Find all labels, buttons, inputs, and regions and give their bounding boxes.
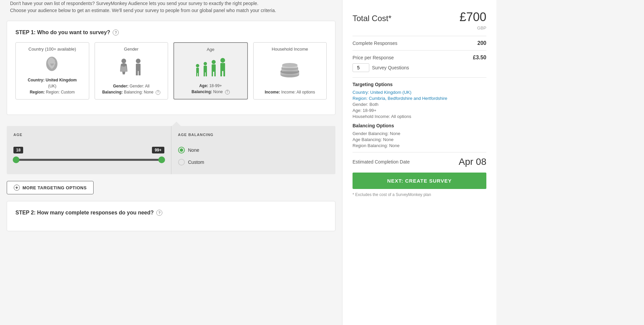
total-cost-row: Total Cost* £700	[353, 10, 486, 24]
gender-card[interactable]: Gender	[95, 42, 168, 100]
svg-rect-16	[212, 64, 216, 72]
svg-rect-14	[206, 72, 207, 76]
svg-point-3	[136, 59, 141, 63]
divider-1	[353, 36, 486, 36]
divider-2	[353, 50, 486, 51]
uk-map-icon	[42, 54, 62, 74]
svg-rect-9	[196, 73, 197, 76]
age-slider-track[interactable]	[16, 159, 162, 161]
age-column: AGE 18 99+	[7, 126, 171, 174]
complete-responses-row: Complete Responses 200	[353, 40, 486, 46]
balancing-none-option[interactable]: None	[178, 147, 329, 153]
intro-text: Don't have your own list of respondents?…	[0, 0, 342, 21]
balancing-item-gender: Gender Balancing: None	[353, 131, 486, 136]
age-card-icon	[195, 55, 227, 80]
age-card[interactable]: Age	[173, 42, 248, 100]
age-figure-2	[202, 62, 209, 77]
svg-rect-10	[198, 73, 199, 76]
svg-point-11	[204, 62, 207, 65]
age-panel-label: AGE	[13, 133, 164, 137]
svg-point-7	[196, 64, 199, 67]
balancing-options-title: Balancing Options	[353, 123, 486, 128]
targeting-item-age: Age: 18-99+	[353, 108, 486, 113]
svg-rect-13	[204, 72, 205, 76]
age-slider-container: 18 99+	[13, 143, 164, 168]
balancing-custom-label: Custom	[188, 159, 204, 165]
step2-title: STEP 2: How many complete responses do y…	[15, 210, 327, 216]
balancing-none-label: None	[188, 147, 199, 153]
gender-card-icon	[118, 54, 144, 80]
balancing-item-age: Age Balancing: None	[353, 137, 486, 142]
completion-date-label: Estimated Completion Date	[353, 159, 410, 165]
next-create-survey-button[interactable]: NEXT: CREATE SURVEY	[353, 173, 486, 189]
age-slider-right-handle[interactable]	[158, 156, 165, 163]
age-max-badge: 99+	[152, 147, 164, 153]
age-min-badge: 18	[13, 147, 23, 153]
targeting-item-gender: Gender: Both	[353, 102, 486, 107]
money-stack-icon	[278, 61, 302, 80]
country-card[interactable]: Country (100+ available)	[15, 42, 89, 100]
targeting-item-region: Region: Cumbria, Bedfordshire and Hertfo…	[353, 96, 486, 101]
currency-label: GBP	[353, 25, 486, 30]
step1-section: STEP 1: Who do you want to survey? ? Cou…	[7, 21, 335, 115]
price-per-response-value: £3.50	[473, 55, 486, 61]
age-figure-3	[210, 60, 217, 77]
total-cost-value: £700	[460, 10, 486, 24]
age-card-info: Age: 18-99+ Balancing: None ?	[192, 83, 230, 95]
balancing-panel-label: AGE BALANCING	[178, 133, 329, 137]
gender-card-info: Gender: Gender: All Balancing: Balancing…	[102, 83, 160, 95]
targeting-cards: Country (100+ available)	[15, 42, 327, 100]
balancing-custom-option[interactable]: Custom	[178, 159, 329, 166]
svg-rect-5	[136, 71, 138, 75]
country-card-info: Country: United Kingdom (UK) Region: Reg…	[28, 77, 77, 95]
svg-rect-6	[139, 71, 141, 75]
svg-rect-8	[196, 68, 199, 73]
male-icon	[132, 58, 144, 77]
step2-section: STEP 2: How many complete responses do y…	[7, 201, 335, 231]
income-card-title: Household Income	[272, 47, 308, 52]
questions-label: Survey Questions	[372, 65, 409, 70]
income-card-icon	[278, 54, 302, 86]
balancing-none-radio[interactable]	[178, 147, 185, 153]
svg-rect-20	[220, 63, 225, 71]
balancing-column: AGE BALANCING None Custom	[171, 126, 336, 174]
plus-circle-icon: +	[14, 185, 20, 191]
svg-rect-4	[136, 64, 141, 71]
sidebar: Total Cost* £700 GBP Complete Responses …	[342, 0, 496, 325]
completion-date-row: Estimated Completion Date Apr 08	[353, 156, 486, 167]
svg-point-15	[212, 60, 216, 64]
targeting-item-income: Household Income: All options	[353, 114, 486, 119]
gender-help-icon[interactable]: ?	[156, 90, 160, 95]
balancing-radio-group: None Custom	[178, 143, 329, 166]
more-targeting-label: MORE TARGETING OPTIONS	[22, 185, 87, 190]
questions-input[interactable]	[353, 63, 369, 72]
female-icon	[118, 58, 130, 77]
total-cost-label: Total Cost*	[353, 14, 391, 23]
complete-responses-label: Complete Responses	[353, 41, 397, 46]
income-card[interactable]: Household Income	[253, 42, 327, 100]
step2-help-icon[interactable]: ?	[156, 210, 162, 216]
svg-rect-18	[214, 71, 216, 76]
complete-responses-value: 200	[477, 40, 486, 46]
income-card-info: Income: Income: All options	[265, 89, 315, 95]
divider-4	[353, 152, 486, 152]
svg-rect-21	[220, 71, 222, 76]
step1-help-icon[interactable]: ?	[113, 29, 119, 36]
targeting-country-link[interactable]: Country: United Kingdom (UK)	[353, 90, 412, 95]
excludes-note: * Excludes the cost of a SurveyMonkey pl…	[353, 192, 486, 197]
targeting-options-title: Targeting Options	[353, 82, 486, 87]
age-slider-left-handle[interactable]	[13, 156, 19, 163]
more-targeting-button[interactable]: + MORE TARGETING OPTIONS	[7, 181, 94, 194]
svg-rect-12	[204, 66, 207, 72]
balancing-item-region: Region Balancing: None	[353, 143, 486, 148]
svg-rect-22	[223, 71, 225, 76]
targeting-item-country: Country: United Kingdom (UK)	[353, 90, 486, 95]
svg-point-19	[220, 58, 225, 63]
country-card-title: Country (100+ available)	[29, 47, 76, 52]
targeting-region-link[interactable]: Region: Cumbria, Bedfordshire and Hertfo…	[353, 96, 447, 101]
age-help-icon[interactable]: ?	[225, 90, 230, 94]
price-per-response-label: Price per Response	[353, 55, 394, 60]
price-per-response-row: Price per Response £3.50	[353, 55, 486, 61]
svg-point-2	[121, 59, 126, 63]
balancing-custom-radio[interactable]	[178, 159, 185, 166]
